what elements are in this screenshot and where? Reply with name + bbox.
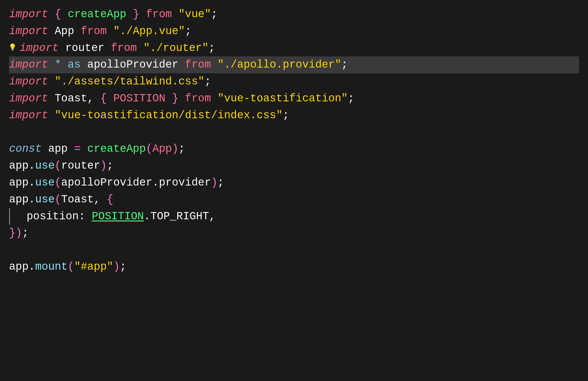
code-token: ( (55, 191, 61, 208)
code-token: const (9, 141, 42, 157)
code-token (107, 23, 113, 40)
code-token: ; (341, 56, 348, 73)
code-line-3: 💡import router from "./router"; (9, 40, 579, 57)
code-token: ) (211, 174, 218, 191)
code-token: app (9, 157, 29, 174)
code-token: use (35, 191, 55, 208)
code-token: from (111, 40, 137, 57)
code-token: Toast (61, 191, 94, 208)
code-token (48, 73, 55, 90)
code-token: App (48, 23, 81, 40)
code-token: createApp (61, 6, 133, 23)
code-token (179, 90, 185, 107)
code-token: ; (179, 141, 185, 157)
code-token: . (29, 174, 35, 191)
code-token (48, 107, 55, 124)
code-token: } (172, 90, 179, 107)
code-token (100, 191, 107, 208)
code-token: ( (68, 259, 74, 275)
code-token: apolloProvider (61, 174, 152, 191)
code-token: from (139, 6, 179, 23)
code-token: : (79, 208, 85, 225)
code-token: app (9, 191, 29, 208)
code-token: use (35, 174, 55, 191)
code-token: ; (217, 174, 224, 191)
code-token: , (94, 191, 100, 208)
code-token: ; (209, 40, 215, 57)
code-token (94, 90, 100, 107)
code-token: ; (211, 6, 218, 23)
code-token: ) (16, 225, 22, 242)
code-token: ; (348, 90, 354, 107)
code-token: use (35, 157, 55, 174)
code-token (48, 6, 55, 23)
code-token: } (133, 6, 139, 23)
code-token: ) (172, 141, 179, 157)
code-token: * (55, 56, 61, 73)
code-editor: import { createApp } from "vue";import A… (0, 0, 588, 381)
code-token: as (68, 56, 81, 73)
code-token: provider (159, 174, 211, 191)
code-token: router (61, 157, 100, 174)
code-token: POSITION (107, 90, 172, 107)
code-token: { (100, 90, 107, 107)
code-token: import (9, 107, 48, 124)
code-token (211, 56, 218, 73)
code-token (85, 208, 92, 225)
code-line-10: app.use(router); (9, 157, 579, 174)
code-token: Toast (48, 90, 87, 107)
code-token (48, 56, 55, 73)
code-token (211, 90, 218, 107)
code-line-14: }); (9, 225, 579, 242)
code-token: import (9, 90, 48, 107)
code-token: . (152, 174, 159, 191)
code-token: "./apollo.provider" (217, 56, 341, 73)
code-token: import (9, 6, 48, 23)
code-token (137, 40, 144, 57)
code-token: from (81, 23, 107, 40)
bulb-icon[interactable]: 💡 (8, 43, 17, 53)
code-token: . (29, 157, 35, 174)
code-token: "vue-toastification" (217, 90, 348, 107)
code-token: import (9, 56, 48, 73)
code-token: POSITION (92, 208, 144, 225)
code-token: "./assets/tailwind.css" (55, 73, 204, 90)
code-line-16: app.mount("#app"); (9, 259, 579, 275)
code-token: ( (146, 141, 153, 157)
code-token: , (87, 90, 94, 107)
code-token: import (9, 73, 48, 90)
code-token: "./App.vue" (113, 23, 185, 40)
code-token (81, 141, 87, 157)
code-token: router (59, 40, 111, 57)
code-token: import (20, 40, 59, 57)
code-token: ; (185, 23, 191, 40)
code-token: . (144, 208, 150, 225)
code-token: "vue-toastification/dist/index.css" (55, 107, 283, 124)
code-token: { (107, 191, 113, 208)
code-token: "./router" (143, 40, 208, 57)
code-line-1: import { createApp } from "vue"; (9, 6, 579, 23)
code-token: app (9, 174, 29, 191)
code-line-5: import "./assets/tailwind.css"; (9, 73, 579, 90)
code-token: from (185, 90, 211, 107)
code-lines: import { createApp } from "vue";import A… (9, 6, 579, 275)
code-token: app (9, 259, 29, 275)
code-token: ; (204, 73, 211, 90)
code-token: position (14, 208, 79, 225)
code-token: , (209, 208, 216, 225)
code-token: createApp (87, 141, 146, 157)
code-token: "#app" (74, 259, 113, 275)
code-token: from (185, 56, 211, 73)
code-line-12: app.use(Toast, { (9, 191, 579, 208)
code-token: ; (120, 259, 126, 275)
code-token: ; (107, 157, 113, 174)
code-line-8 (9, 124, 579, 141)
code-token: "vue" (179, 6, 211, 23)
code-token: . (29, 259, 35, 275)
code-token: ( (55, 157, 61, 174)
code-line-4: import * as apolloProvider from "./apoll… (9, 56, 579, 73)
code-token: { (55, 6, 61, 23)
code-token: apolloProvider (81, 56, 185, 73)
code-token: . (29, 191, 35, 208)
code-token: TOP_RIGHT (150, 208, 209, 225)
